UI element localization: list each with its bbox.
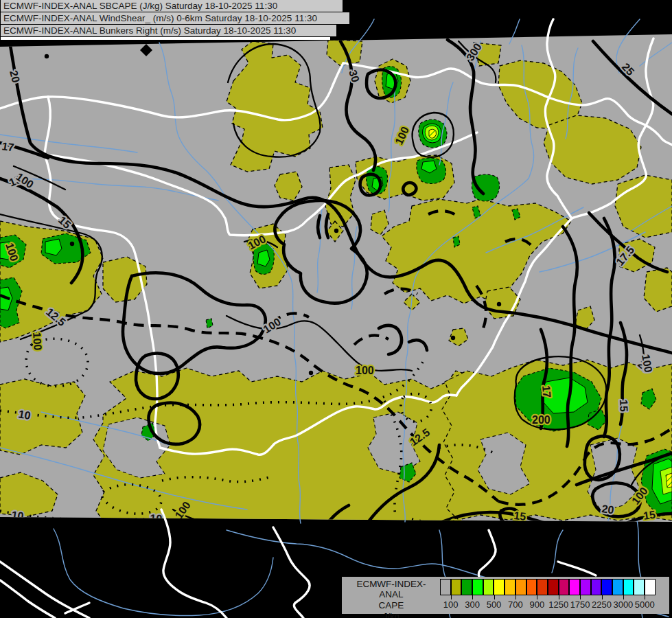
contour-label: 10: [17, 408, 32, 422]
legend-swatch-19: [645, 579, 656, 595]
legend-tick-label: 100: [443, 599, 459, 610]
weather-map: 20253030017151001001510012.510010010012.…: [0, 0, 672, 618]
legend-tick-label: 500: [487, 599, 502, 610]
legend-swatch-10: [548, 579, 559, 595]
weather-map-screenshot: 20253030017151001001510012.510010010012.…: [0, 0, 672, 618]
legend-tick-label: 2250: [592, 599, 612, 610]
legend-tick-label: 3000: [613, 599, 633, 610]
legend-swatch-5: [494, 579, 505, 595]
contour-label: 100: [356, 365, 374, 376]
contour-label: 17: [1, 140, 15, 153]
legend-swatch-11: [559, 579, 570, 595]
contour-label: 100: [31, 332, 44, 351]
legend-swatch-15: [601, 579, 612, 595]
legend-tick-label: 1250: [548, 599, 568, 610]
legend-text: ECMWF-INDEX-ANAL CAPE J/kg: [346, 579, 437, 618]
legend-swatch-6: [505, 579, 515, 595]
legend-units: J/kg: [346, 611, 437, 618]
map-titles: ECMWF-INDEX-ANAL SBCAPE (J/kg) Saturday …: [0, 0, 350, 41]
legend-colorbar: [440, 579, 656, 595]
legend-swatch-0: [440, 579, 451, 595]
legend-tick-label: 5000: [635, 599, 655, 610]
legend-swatch-17: [623, 579, 634, 595]
legend-swatch-13: [580, 579, 591, 595]
legend-swatch-3: [472, 579, 483, 595]
title-strip: [0, 36, 331, 41]
legend-swatch-1: [451, 579, 462, 595]
legend-tick-label: 300: [465, 599, 480, 610]
legend-swatch-4: [483, 579, 494, 595]
legend: ECMWF-INDEX-ANAL CAPE J/kg 1003005007009…: [342, 577, 669, 614]
title-bunkers-right: ECMWF-INDEX-ANAL Bunkers Right (m/s) Sat…: [0, 24, 337, 37]
legend-title: ECMWF-INDEX-ANAL: [346, 579, 437, 599]
legend-tick-label: 900: [529, 599, 544, 610]
legend-swatch-2: [461, 579, 472, 595]
contour-label: 15: [618, 400, 630, 412]
title-sbcape: ECMWF-INDEX-ANAL SBCAPE (J/kg) Saturday …: [0, 0, 343, 12]
legend-swatch-12: [569, 579, 580, 595]
legend-tick-label: 700: [508, 599, 523, 610]
legend-tick-label: 1750: [570, 599, 590, 610]
title-windshear: ECMWF-INDEX-ANAL WindShear_ (m/s) 0-6km …: [0, 12, 350, 25]
contour-label: 15: [642, 509, 656, 522]
legend-swatch-9: [537, 579, 548, 595]
legend-swatch-16: [612, 579, 623, 595]
contour-label: 20: [601, 503, 615, 516]
legend-swatch-7: [515, 579, 526, 595]
contour-label: 17: [540, 385, 553, 398]
legend-parameter: CAPE: [346, 600, 437, 610]
contour-label: 15: [513, 510, 527, 523]
legend-swatch-8: [526, 579, 537, 595]
contour-label: 200: [532, 414, 551, 426]
legend-swatch-18: [634, 579, 645, 595]
legend-swatch-14: [591, 579, 602, 595]
